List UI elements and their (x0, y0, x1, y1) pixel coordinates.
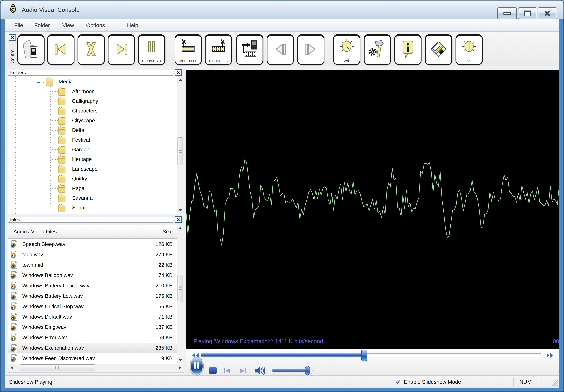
scroll-up-icon[interactable] (177, 76, 183, 83)
folders-panel-header: Folders (8, 70, 173, 76)
files-scrollbar[interactable] (177, 225, 183, 364)
scrollbar-thumb[interactable] (178, 275, 183, 302)
files-panel-header: Files (8, 217, 173, 223)
file-row[interactable]: Windows Battery Critical.wav 210 KB (8, 280, 177, 291)
media-file-icon (10, 240, 18, 248)
close-icon (177, 218, 180, 221)
volume-slider[interactable] (272, 369, 312, 372)
media-file-icon (10, 313, 18, 321)
settings-button[interactable] (364, 34, 391, 65)
scroll-up-icon[interactable] (177, 225, 183, 232)
app-icon (8, 3, 18, 16)
restore-button[interactable] (518, 7, 537, 20)
clip-end-button[interactable]: 0:00:01.36 (205, 34, 232, 65)
file-row[interactable]: Windows Battery Low.wav 175 KB (8, 291, 177, 301)
pause-button[interactable]: 0:00:00.73 (138, 34, 165, 65)
volume-thumb[interactable] (305, 366, 310, 375)
tree-item[interactable]: Savanna (8, 193, 183, 203)
files-horizontal-scrollbar[interactable] (8, 364, 183, 372)
player-next-button[interactable] (239, 367, 247, 374)
waveform (186, 70, 559, 349)
clip-start-button[interactable]: 0:00:00.00 (175, 34, 202, 65)
speaker-icon[interactable] (254, 365, 266, 376)
playback-time: 00:00 (553, 338, 559, 345)
file-row[interactable]: tada.wav 279 KB (8, 249, 177, 260)
tree-item-media[interactable]: Media (8, 77, 183, 86)
player-previous-button[interactable] (223, 367, 232, 374)
file-row[interactable]: Windows Default.wav 71 KB (8, 311, 177, 322)
toolbar-strip-label[interactable]: Control (9, 42, 16, 64)
tree-item[interactable]: Calligraphy (8, 96, 183, 106)
menu-options[interactable]: Options... (85, 19, 111, 31)
minimize-button[interactable] (497, 7, 517, 20)
seek-thumb[interactable] (361, 350, 367, 361)
folders-panel-close-button[interactable] (175, 69, 182, 76)
seek-progress (201, 353, 364, 357)
file-row[interactable]: Windows Critical Stop.wav 156 KB (8, 301, 177, 311)
status-bar: Slideshow Playing Enable Slideshow Mode … (5, 376, 559, 388)
frame-forward-button[interactable] (297, 34, 324, 65)
tree-item[interactable]: Sonata (8, 203, 183, 213)
media-file-icon (10, 333, 18, 341)
file-row[interactable]: Windows Balloon.wav 174 KB (8, 270, 177, 280)
volume-button[interactable]: Vol. (333, 34, 360, 65)
folder-icon (58, 164, 66, 174)
player-stop-button[interactable] (209, 367, 217, 374)
tree-item[interactable]: Festival (8, 135, 183, 145)
save-floppy-icon (429, 40, 448, 59)
scroll-right-icon[interactable] (177, 364, 183, 372)
tree-item[interactable]: Heritage (8, 154, 183, 164)
tree-item[interactable]: Afternoon (8, 86, 183, 96)
frame-back-button[interactable] (267, 34, 294, 65)
tree-item[interactable]: Garden (8, 145, 183, 154)
menu-file[interactable]: File (13, 19, 24, 31)
balance-button[interactable]: Bal. (455, 34, 483, 65)
seek-bar[interactable] (201, 353, 541, 357)
folder-tree: Media Afternoon Calligraphy Characters C… (8, 76, 184, 214)
file-row[interactable]: Windows Error.wav 168 KB (8, 332, 177, 343)
column-name-header[interactable]: Audio / Video Files (14, 229, 57, 234)
menu-folder[interactable]: Folder (33, 19, 51, 31)
tree-item[interactable]: Characters (8, 106, 183, 116)
file-row[interactable]: Windows Ding.wav 187 KB (8, 322, 177, 332)
close-button[interactable] (538, 7, 557, 20)
tree-item[interactable]: Delta (8, 125, 183, 135)
tree-item[interactable]: Raga (8, 183, 183, 193)
info-button[interactable] (394, 34, 422, 65)
folder-icon (58, 116, 66, 125)
file-row[interactable]: Windows Feed Discovered.wav 19 KB (8, 353, 177, 364)
switch-button[interactable] (17, 34, 44, 65)
files-panel-close-button[interactable] (175, 216, 182, 223)
scroll-left-icon[interactable] (8, 364, 15, 372)
file-list-column-header[interactable]: Audio / Video Files Size (8, 225, 177, 239)
media-file-icon (10, 302, 18, 311)
minimize-icon (504, 12, 511, 14)
close-icon (177, 71, 180, 74)
tree-item[interactable]: Quirky (8, 174, 183, 184)
files-panel: Audio / Video Files Size Speech Sleep.wa… (8, 225, 184, 372)
file-row[interactable]: Windows Exclamation.wav 235 KB (8, 343, 177, 353)
delete-button[interactable] (78, 34, 105, 65)
column-size-header[interactable]: Size (163, 229, 173, 234)
fast-forward-icon[interactable] (546, 352, 554, 358)
tree-item[interactable]: Cityscape (8, 116, 183, 125)
slideshow-mode-checkbox[interactable] (395, 379, 401, 385)
toolbar-close-button[interactable] (9, 34, 16, 41)
slideshow-mode-label[interactable]: Enable Slideshow Mode (404, 379, 461, 385)
file-row[interactable]: town.mid 22 KB (8, 260, 177, 270)
hand-switch-icon (21, 40, 41, 59)
menu-view[interactable]: View (61, 19, 75, 31)
menu-help[interactable]: Help (126, 19, 139, 31)
column-divider[interactable] (123, 226, 123, 237)
save-button[interactable] (425, 34, 452, 65)
scrollbar-thumb[interactable] (20, 364, 95, 371)
player-pause-button[interactable] (190, 357, 203, 375)
file-row[interactable]: Speech Sleep.wav 126 KB (8, 239, 177, 249)
tree-item[interactable]: Landscape (8, 164, 183, 174)
folder-icon (58, 106, 66, 115)
scroll-down-icon[interactable] (177, 357, 183, 364)
save-clip-button[interactable] (236, 34, 263, 65)
resize-grip[interactable] (550, 379, 558, 387)
previous-track-button[interactable] (47, 34, 74, 65)
next-track-button[interactable] (108, 34, 135, 65)
